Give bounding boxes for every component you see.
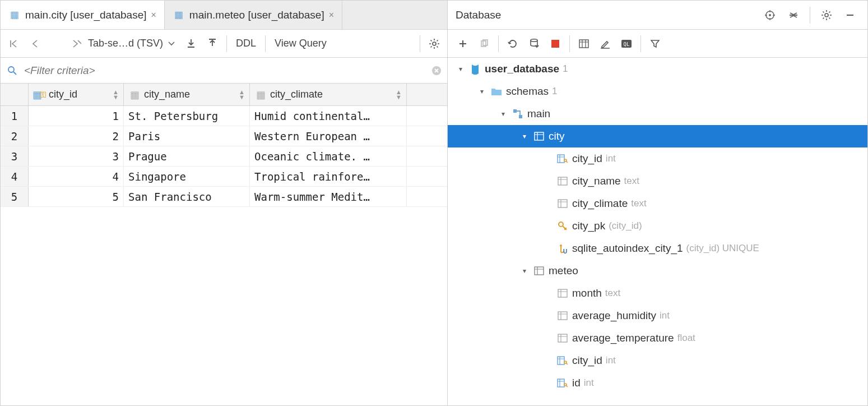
svg-point-8 (531, 39, 537, 41)
tree-key-city-pk[interactable]: city_pk (city_id) (448, 215, 867, 237)
cell-city-climate[interactable]: Oceanic climate. … (250, 146, 407, 166)
tree-column[interactable]: city_id int (448, 147, 867, 170)
close-icon[interactable]: × (151, 10, 156, 20)
import-button[interactable] (182, 34, 201, 53)
tree-table-meteo[interactable]: ▾ meteo (448, 260, 867, 282)
tab-label: main.city [user_database] (25, 9, 147, 21)
table-row[interactable]: 55San FranciscoWarm-summer Medit… (1, 187, 447, 207)
chevron-down-icon[interactable]: ▾ (477, 87, 487, 95)
column-header-city-climate[interactable]: ▦ city_climate ▲▼ (250, 84, 407, 105)
key-column-icon (556, 354, 569, 367)
cell-city-id[interactable]: 4 (29, 167, 124, 186)
svg-point-4 (769, 14, 771, 16)
database-pane-header: Database (448, 1, 867, 30)
sort-icon[interactable]: ▲▼ (396, 90, 402, 100)
clear-filter-icon[interactable] (431, 66, 442, 76)
cell-city-climate[interactable]: Humid continental… (250, 106, 407, 126)
cell-city-id[interactable]: 5 (29, 187, 124, 206)
export-button[interactable] (203, 34, 222, 53)
svg-rect-17 (558, 177, 567, 185)
sort-icon[interactable]: ▲▼ (113, 90, 119, 100)
tree-column[interactable]: city_id int (448, 349, 867, 372)
column-icon (556, 332, 569, 344)
console-button[interactable]: QL (617, 34, 636, 53)
chevron-down-icon[interactable]: ▾ (456, 65, 466, 73)
svg-text:QL: QL (624, 41, 630, 47)
tree-column[interactable]: city_climate text (448, 192, 867, 215)
svg-rect-18 (558, 200, 567, 207)
cell-city-name[interactable]: Prague (124, 146, 250, 166)
cell-city-climate[interactable]: Warm-summer Medit… (250, 187, 407, 206)
ddl-button[interactable]: DDL (231, 38, 261, 49)
filter-input[interactable] (24, 64, 426, 77)
schema-icon (512, 108, 524, 120)
first-page-button[interactable] (4, 34, 23, 53)
table-icon (533, 130, 545, 142)
column-icon (556, 287, 569, 299)
view-query-button[interactable]: View Query (270, 38, 331, 49)
cell-city-name[interactable]: St. Petersburg (124, 106, 250, 126)
cell-city-id[interactable]: 3 (29, 146, 124, 166)
copy-button[interactable] (475, 34, 494, 53)
editor-pane: ▦ main.city [user_database] × ▦ main.met… (1, 1, 448, 405)
column-header-city-id[interactable]: ▦⚿ city_id ▲▼ (29, 84, 124, 105)
database-tree[interactable]: ▾ user_database 1 ▾ schemas 1 ▾ main ▾ (448, 58, 867, 405)
minimize-icon[interactable] (841, 6, 860, 25)
cell-city-name[interactable]: Singapore (124, 167, 250, 186)
tree-column[interactable]: month text (448, 282, 867, 304)
svg-rect-28 (558, 379, 564, 387)
svg-point-5 (825, 13, 828, 17)
chevron-down-icon[interactable]: ▾ (498, 110, 508, 118)
tree-column[interactable]: id int (448, 372, 867, 394)
settings-button[interactable] (425, 34, 444, 53)
table-view-button[interactable] (574, 34, 593, 53)
gear-icon[interactable] (817, 6, 836, 25)
svg-point-0 (433, 42, 436, 45)
svg-rect-13 (519, 115, 522, 118)
column-icon (556, 310, 569, 322)
row-number: 2 (1, 126, 29, 146)
collapse-icon[interactable] (784, 6, 803, 25)
sync-button[interactable] (524, 34, 544, 53)
table-row[interactable]: 44SingaporeTropical rainfore… (1, 167, 447, 187)
chevron-down-icon[interactable]: ▾ (519, 267, 530, 275)
chevron-down-icon[interactable]: ▾ (519, 132, 530, 140)
tree-column[interactable]: city_name text (448, 170, 867, 192)
row-number: 4 (1, 167, 29, 186)
cell-city-climate[interactable]: Western European … (250, 126, 407, 146)
edit-button[interactable] (596, 34, 615, 53)
tree-index[interactable]: U sqlite_autoindex_city_1 (city_id) UNIQ… (448, 237, 867, 260)
table-icon (533, 265, 545, 277)
cell-city-climate[interactable]: Tropical rainfore… (250, 167, 407, 186)
filter-button[interactable] (646, 34, 665, 53)
tree-column[interactable]: average_temperature float (448, 327, 867, 349)
table-row[interactable]: 33PragueOceanic climate. … (1, 146, 447, 167)
table-row[interactable]: 22ParisWestern European … (1, 126, 447, 146)
tree-schema-main[interactable]: ▾ main (448, 103, 867, 125)
folder-icon (490, 85, 503, 98)
prev-page-button[interactable] (25, 34, 44, 53)
cell-city-id[interactable]: 2 (29, 126, 124, 146)
tree-table-city[interactable]: ▾ city (448, 125, 867, 147)
tree-database[interactable]: ▾ user_database 1 (448, 58, 867, 80)
stop-button[interactable] (546, 34, 565, 53)
cell-city-name[interactable]: San Francisco (124, 187, 250, 206)
target-icon[interactable] (760, 6, 779, 25)
add-button[interactable] (453, 34, 472, 53)
sort-icon[interactable]: ▲▼ (239, 90, 245, 100)
svg-point-20 (560, 244, 562, 247)
refresh-button[interactable] (503, 34, 522, 53)
grid-header: ▦⚿ city_id ▲▼ ▦ city_name ▲▼ ▦ city_clim… (1, 84, 447, 106)
table-row[interactable]: 11St. PetersburgHumid continental… (1, 106, 447, 126)
close-icon[interactable]: × (329, 10, 334, 20)
tree-column[interactable]: average_humidity int (448, 304, 867, 327)
cell-city-id[interactable]: 1 (29, 106, 124, 126)
cell-city-name[interactable]: Paris (124, 126, 250, 146)
index-icon: U (556, 242, 569, 255)
tab-meteo[interactable]: ▦ main.meteo [user_database] × (165, 1, 342, 29)
key-column-icon: ▦⚿ (33, 89, 45, 101)
column-header-city-name[interactable]: ▦ city_name ▲▼ (124, 84, 250, 105)
tab-city[interactable]: ▦ main.city [user_database] × (1, 1, 165, 29)
export-format-dropdown[interactable]: Tab-se…d (TSV) (83, 38, 179, 49)
tree-schemas[interactable]: ▾ schemas 1 (448, 80, 867, 103)
